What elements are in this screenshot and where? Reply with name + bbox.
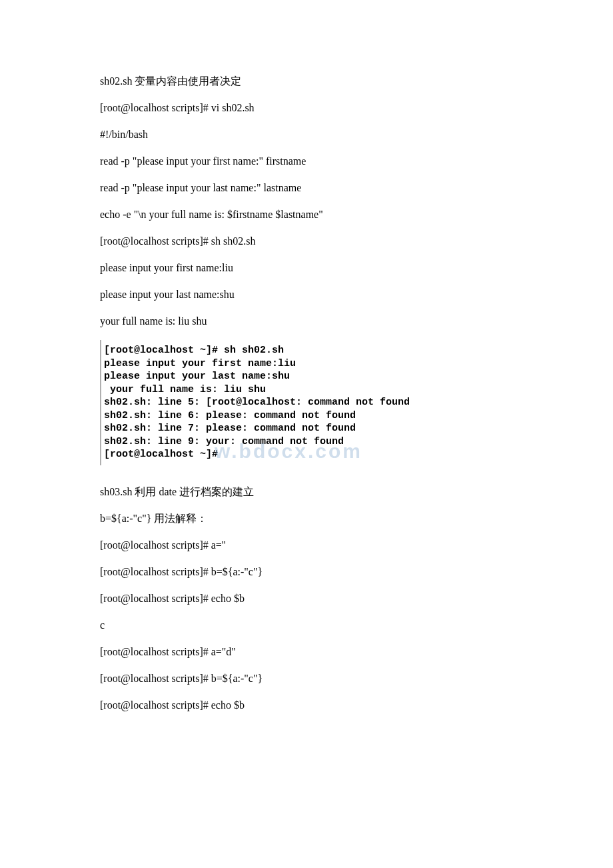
code-line: please input your last name:shu bbox=[100, 287, 513, 303]
terminal-line: sh02.sh: line 6: please: command not fou… bbox=[104, 409, 513, 423]
terminal-line: sh02.sh: line 5: [root@localhost: comman… bbox=[104, 396, 513, 409]
section2-title: sh03.sh 利用 date 进行档案的建立 bbox=[100, 484, 513, 500]
terminal-line: sh02.sh: line 7: please: command not fou… bbox=[104, 422, 513, 435]
code-line: your full name is: liu shu bbox=[100, 313, 513, 329]
code-line: please input your first name:liu bbox=[100, 260, 513, 276]
terminal-screenshot: [root@localhost ~]# sh sh02.sh please in… bbox=[100, 340, 513, 465]
code-line: #!/bin/bash bbox=[100, 127, 513, 143]
code-line: [root@localhost scripts]# echo $b bbox=[100, 697, 513, 713]
section1-title: sh02.sh 变量内容由使用者决定 bbox=[100, 73, 513, 89]
code-line: [root@localhost scripts]# a='' bbox=[100, 537, 513, 553]
terminal-line: sh02.sh: line 9: your: command not found bbox=[104, 435, 513, 449]
document-page: sh02.sh 变量内容由使用者决定 [root@localhost scrip… bbox=[0, 0, 613, 764]
terminal-line: your full name is: liu shu bbox=[104, 383, 513, 397]
code-line: [root@localhost scripts]# a="d" bbox=[100, 644, 513, 660]
code-line: c bbox=[100, 617, 513, 633]
code-line: echo -e "\n your full name is: $firstnam… bbox=[100, 207, 513, 223]
terminal-line: [root@localhost ~]# bbox=[104, 448, 513, 461]
terminal-line: please input your first name:liu bbox=[104, 357, 513, 371]
code-line: [root@localhost scripts]# b=${a:-"c"} bbox=[100, 564, 513, 580]
code-line: [root@localhost scripts]# b=${a:-"c"} bbox=[100, 671, 513, 687]
terminal-line: please input your last name:shu bbox=[104, 370, 513, 383]
code-line: [root@localhost scripts]# vi sh02.sh bbox=[100, 100, 513, 116]
code-line: b=${a:-"c"} 用法解释： bbox=[100, 511, 513, 527]
code-line: read -p "please input your first name:" … bbox=[100, 153, 513, 169]
terminal-line: [root@localhost ~]# sh sh02.sh bbox=[104, 344, 513, 357]
code-line: [root@localhost scripts]# sh sh02.sh bbox=[100, 233, 513, 249]
code-line: [root@localhost scripts]# echo $b bbox=[100, 591, 513, 607]
code-line: read -p "please input your last name:" l… bbox=[100, 180, 513, 196]
